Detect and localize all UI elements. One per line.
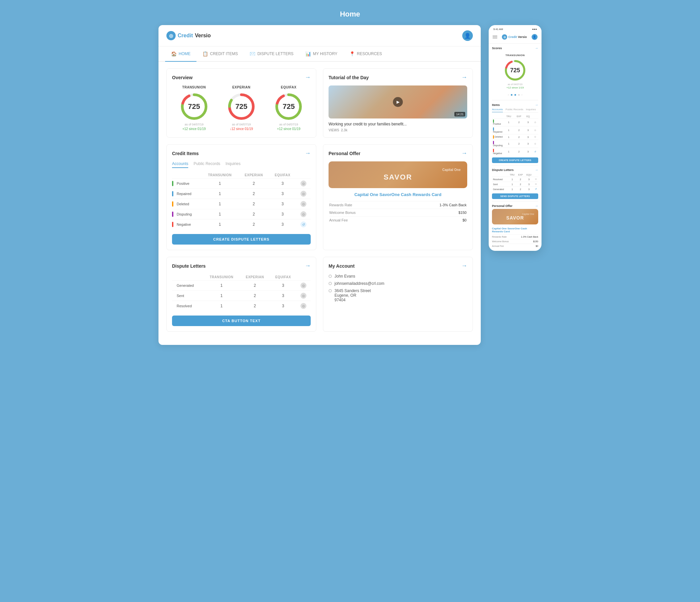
nav-resources[interactable]: 📍 RESOURCES bbox=[343, 47, 388, 62]
mobile-offer-header: Personal Offer → bbox=[492, 204, 538, 208]
account-address-3: 97404 bbox=[334, 298, 371, 302]
credit-items-section: Credit Items → Accounts Public Records I… bbox=[167, 144, 316, 250]
m-negative-label: Negative bbox=[492, 148, 503, 156]
tutorial-arrow[interactable]: → bbox=[461, 74, 467, 81]
table-row: Negative 1 2 3 ↺ bbox=[172, 219, 311, 230]
col-label bbox=[172, 172, 201, 179]
list-item: Positive 123 ⊙ bbox=[492, 119, 538, 126]
tab-public-records[interactable]: Public Records bbox=[194, 161, 220, 168]
m-col-exp: EXP bbox=[514, 114, 524, 119]
nav-my-history[interactable]: 📊 MY HISTORY bbox=[299, 47, 343, 62]
mobile-items-arrow[interactable]: → bbox=[535, 103, 538, 107]
row-positive-tru: 1 bbox=[201, 179, 239, 189]
md-generated: Generated bbox=[492, 187, 508, 192]
generated-label: Generated bbox=[172, 281, 203, 291]
m-positive-label: Positive bbox=[492, 119, 503, 126]
resolved-icon: ⊙ bbox=[297, 301, 311, 311]
col-tru: TRANSUNION bbox=[201, 172, 239, 179]
equ-score-circle: 725 bbox=[274, 92, 303, 122]
nav-credit-items[interactable]: 📋 CREDIT ITEMS bbox=[197, 47, 244, 62]
overview-arrow[interactable]: → bbox=[305, 74, 311, 81]
md-col-tru: TRU bbox=[508, 173, 517, 177]
credit-icon: 📋 bbox=[202, 51, 208, 56]
sent-icon: ⊙ bbox=[297, 291, 311, 301]
offer-fee-row: Annual Fee $0 bbox=[329, 216, 467, 224]
table-row: Repaired 1 2 3 ⊙ bbox=[172, 189, 311, 199]
mobile-tab-accounts[interactable]: Accounts bbox=[492, 108, 503, 112]
mobile-fee-label: Annual Fee bbox=[492, 245, 504, 247]
my-account-arrow[interactable]: → bbox=[461, 262, 467, 269]
mobile-offer-fee-row: Annual Fee $0 bbox=[492, 243, 538, 248]
row-disputing-equ: 3 bbox=[269, 209, 296, 219]
row-deleted-equ: 3 bbox=[269, 199, 296, 209]
table-row: Sent 1 2 3 ⊙ bbox=[172, 291, 311, 301]
col-icon bbox=[296, 172, 311, 179]
account-address-row: 3645 Sanders Street Eugene, OR 97404 bbox=[328, 288, 467, 302]
mobile-items-header: Items → bbox=[492, 103, 538, 107]
tru-score-circle: 725 bbox=[179, 92, 209, 122]
equ-score-date: as of 04/07/19 bbox=[279, 123, 298, 126]
mobile-tab-inquiries[interactable]: Inquiries bbox=[526, 108, 536, 112]
table-row: Disputing 1 2 3 ⊙ bbox=[172, 209, 311, 219]
mobile-user-avatar[interactable]: 👤 bbox=[532, 34, 538, 40]
m-deleted-label: Deleted bbox=[492, 134, 503, 140]
mobile-rewards-value: 1-3% Cash Back bbox=[521, 236, 538, 238]
dispute-letters-section: Dispute Letters → TRANSUNION EXPERIAN EQ… bbox=[167, 257, 316, 332]
mobile-bureau: TRANSUNION bbox=[492, 54, 538, 57]
mobile-send-dispute-button[interactable]: SEND DISPUTE LETTERS bbox=[492, 193, 538, 199]
tru-bureau-label: TRANSUNION bbox=[182, 85, 206, 89]
nav-home[interactable]: 🏠 HOME bbox=[165, 47, 197, 62]
sent-label: Sent bbox=[172, 291, 203, 301]
mobile-card: 9:41 AM ●●● ◎ CreditVersio 👤 Scores → TR… bbox=[489, 25, 542, 251]
tru-score-change: +12 since 01/19 bbox=[182, 127, 206, 131]
tab-accounts[interactable]: Accounts bbox=[172, 161, 188, 168]
mobile-tab-public-records[interactable]: Public Records bbox=[505, 108, 523, 112]
m-disputing-label: Disputing bbox=[492, 140, 503, 148]
row-negative-exp: 2 bbox=[239, 219, 269, 230]
equ-score-value: 725 bbox=[283, 102, 295, 111]
nav-dispute-letters[interactable]: ✉️ DISPUTE LETTERS bbox=[244, 47, 299, 62]
dl-col-label bbox=[172, 274, 203, 281]
tab-inquiries[interactable]: Inquiries bbox=[226, 161, 241, 168]
cta-button[interactable]: CTA BUTTON TEXT bbox=[172, 316, 311, 326]
dispute-letters-arrow[interactable]: → bbox=[305, 262, 311, 269]
score-equifax: EQUIFAX 725 as of 04/07/19 +12 sinc bbox=[267, 85, 311, 131]
overview-title: Overview bbox=[172, 75, 193, 80]
credit-items-arrow[interactable]: → bbox=[305, 150, 311, 157]
mobile-offer-title: Personal Offer bbox=[492, 204, 512, 208]
dl-col-exp: EXPERIAN bbox=[240, 274, 270, 281]
resolved-equ: 3 bbox=[270, 301, 297, 311]
row-positive-equ: 3 bbox=[269, 179, 296, 189]
personal-offer-arrow[interactable]: → bbox=[461, 150, 467, 157]
create-dispute-letters-button[interactable]: CREATE DISPUTE LETTERS bbox=[172, 234, 311, 244]
mobile-dispute-arrow[interactable]: → bbox=[535, 168, 538, 172]
annual-fee-value: $0 bbox=[462, 218, 467, 222]
list-item: Disputing 123 ⊙ bbox=[492, 140, 538, 148]
overview-header: Overview → bbox=[172, 74, 311, 81]
md-col-icon bbox=[533, 173, 538, 177]
mobile-offer-arrow[interactable]: → bbox=[535, 204, 538, 208]
dl-col-equ: EQUIFAX bbox=[270, 274, 297, 281]
tutorial-image[interactable]: ▶ 14:21 bbox=[328, 85, 467, 119]
mobile-score-change: +12 since 1/19 bbox=[492, 86, 538, 89]
credit-items-title: Credit Items bbox=[172, 151, 199, 156]
mobile-menu-icon[interactable] bbox=[493, 35, 497, 39]
logo: ◎ CreditVersio bbox=[167, 31, 211, 40]
row-deleted-tru: 1 bbox=[201, 199, 239, 209]
table-row: Deleted 1 2 3 ⊙ bbox=[172, 199, 311, 209]
mobile-create-dispute-button[interactable]: CREATE DISPUTE LETTERS bbox=[492, 157, 538, 163]
tutorial-header: Tutorial of the Day → bbox=[328, 74, 467, 81]
account-dot-2 bbox=[328, 282, 332, 285]
mobile-score-section: TRANSUNION 725 as of 04/07/19 +12 since … bbox=[492, 51, 538, 92]
row-3: Dispute Letters → TRANSUNION EXPERIAN EQ… bbox=[167, 257, 473, 332]
offer-card-name: SAVOR bbox=[335, 173, 460, 182]
sent-exp: 2 bbox=[240, 291, 270, 301]
credit-items-header: Credit Items → bbox=[172, 150, 311, 157]
list-item: Negative 123 ↺ bbox=[492, 148, 538, 156]
welcome-bonus-value: $150 bbox=[459, 211, 467, 214]
row-repaired-label: Repaired bbox=[172, 189, 201, 199]
generated-icon: ⊙ bbox=[297, 281, 311, 291]
mobile-rewards-label: Rewards Rate bbox=[492, 236, 506, 238]
mobile-scores-arrow[interactable]: → bbox=[535, 46, 538, 50]
user-avatar[interactable]: 👤 bbox=[462, 30, 473, 41]
